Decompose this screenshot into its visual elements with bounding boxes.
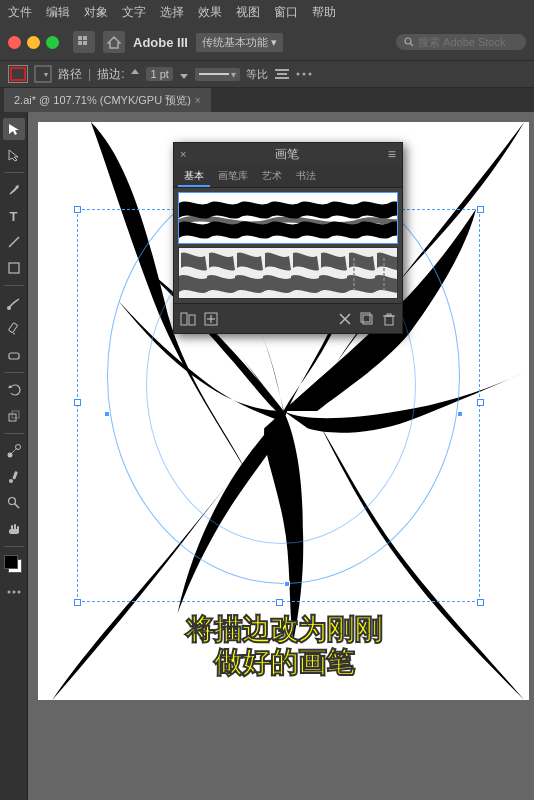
- handle-ml[interactable]: [74, 399, 81, 406]
- tool-separator-2: [4, 285, 24, 286]
- tab-close-button[interactable]: ×: [195, 95, 201, 106]
- svg-rect-52: [189, 315, 195, 325]
- stroke-style-select[interactable]: ▾: [195, 68, 240, 81]
- handle-mr[interactable]: [477, 399, 484, 406]
- ratio-label: 等比: [246, 67, 268, 82]
- svg-point-20: [15, 186, 18, 189]
- stroke-color-box[interactable]: [8, 65, 28, 83]
- options-bar: 路径 | 描边: 1 pt ▾ 等比: [0, 60, 534, 88]
- menu-select[interactable]: 选择: [160, 4, 184, 21]
- eraser-tool[interactable]: [3, 344, 25, 366]
- anchor-left[interactable]: [104, 411, 110, 417]
- menu-help[interactable]: 帮助: [312, 4, 336, 21]
- svg-point-23: [7, 306, 11, 310]
- tool-separator-5: [4, 546, 24, 547]
- tool-separator-4: [4, 433, 24, 434]
- maximize-button[interactable]: [46, 36, 59, 49]
- brush-panel-tabs: 基本 画笔库 艺术 书法: [174, 165, 402, 188]
- brush-panel-title: 画笔: [275, 146, 299, 163]
- scale-tool[interactable]: [3, 405, 25, 427]
- menu-view[interactable]: 视图: [236, 4, 260, 21]
- brush-tab-0[interactable]: 基本: [178, 167, 210, 187]
- svg-rect-14: [275, 77, 289, 79]
- pen-tool[interactable]: [3, 179, 25, 201]
- brush-tab-3[interactable]: 书法: [290, 167, 322, 187]
- color-swatches[interactable]: [4, 555, 24, 575]
- new-brush-icon[interactable]: [204, 312, 218, 326]
- select-tool[interactable]: [3, 118, 25, 140]
- stroke-up-arrow[interactable]: [130, 67, 140, 81]
- brush-panel-menu[interactable]: ≡: [388, 146, 396, 162]
- more-tools[interactable]: [6, 583, 22, 601]
- search-box[interactable]: [396, 34, 526, 50]
- home-icon[interactable]: [103, 31, 125, 53]
- handle-bl[interactable]: [74, 599, 81, 606]
- options-more-icon[interactable]: [296, 67, 312, 81]
- handle-tr[interactable]: [477, 206, 484, 213]
- svg-marker-25: [13, 333, 15, 335]
- delete-brush-icon[interactable]: [338, 312, 352, 326]
- line-tool[interactable]: [3, 231, 25, 253]
- hand-tool[interactable]: [3, 518, 25, 540]
- menu-effect[interactable]: 效果: [198, 4, 222, 21]
- document-tab[interactable]: 2.ai* @ 107.71% (CMYK/GPU 预览) ×: [4, 88, 212, 112]
- title-bar: Adobe III 传统基本功能 ▾: [0, 24, 534, 60]
- brush-item-1[interactable]: [178, 247, 398, 299]
- svg-marker-19: [9, 150, 18, 161]
- brush-panel-close[interactable]: ×: [180, 148, 186, 160]
- paintbrush-tool[interactable]: [3, 292, 25, 314]
- brush-item-0[interactable]: [178, 192, 398, 244]
- main-area: T: [0, 112, 534, 800]
- tool-separator-3: [4, 372, 24, 373]
- menu-file[interactable]: 文件: [8, 4, 32, 21]
- anchor-bottom[interactable]: [284, 581, 290, 587]
- handle-bm[interactable]: [276, 599, 283, 606]
- brush-panel: × 画笔 ≡ 基本 画笔库 艺术 书法: [173, 142, 403, 334]
- blend-tool[interactable]: [3, 440, 25, 462]
- canvas-area[interactable]: 将描边改为刚刚 做好的画笔 × 画笔 ≡ 基本 画笔库 艺术 书法: [28, 112, 534, 800]
- duplicate-brush-icon[interactable]: [360, 312, 374, 326]
- menu-edit[interactable]: 编辑: [46, 4, 70, 21]
- svg-point-42: [17, 591, 20, 594]
- pencil-tool[interactable]: [3, 318, 25, 340]
- svg-point-41: [12, 591, 15, 594]
- type-tool[interactable]: T: [3, 205, 25, 227]
- stroke-down-arrow[interactable]: [179, 67, 189, 81]
- brush-panel-footer: [174, 303, 402, 333]
- svg-point-40: [7, 591, 10, 594]
- stroke-type-dropdown[interactable]: [34, 65, 52, 83]
- brush-tab-1[interactable]: 画笔库: [212, 167, 254, 187]
- menu-object[interactable]: 对象: [84, 4, 108, 21]
- handle-br[interactable]: [477, 599, 484, 606]
- close-button[interactable]: [8, 36, 21, 49]
- align-icon[interactable]: [274, 67, 290, 81]
- minimize-button[interactable]: [27, 36, 40, 49]
- svg-rect-3: [83, 41, 87, 45]
- stroke-value[interactable]: 1 pt: [146, 67, 172, 81]
- traffic-lights: [8, 36, 59, 49]
- brush-tab-2[interactable]: 艺术: [256, 167, 288, 187]
- handle-tl[interactable]: [74, 206, 81, 213]
- svg-rect-12: [275, 69, 289, 71]
- eyedropper-tool[interactable]: [3, 466, 25, 488]
- library-icon[interactable]: [180, 312, 196, 326]
- workspace-button[interactable]: 传统基本功能 ▾: [196, 33, 283, 52]
- direct-select-tool[interactable]: [3, 144, 25, 166]
- menu-text[interactable]: 文字: [122, 4, 146, 21]
- svg-line-6: [411, 44, 414, 47]
- path-label: 路径: [58, 66, 82, 83]
- shape-tool[interactable]: [3, 257, 25, 279]
- svg-line-21: [9, 237, 19, 247]
- workspace-icon[interactable]: [73, 31, 95, 53]
- trash-icon[interactable]: [382, 312, 396, 326]
- anchor-right[interactable]: [457, 411, 463, 417]
- svg-rect-60: [385, 316, 393, 325]
- tool-separator-1: [4, 172, 24, 173]
- menu-window[interactable]: 窗口: [274, 4, 298, 21]
- zoom-tool[interactable]: [3, 492, 25, 514]
- svg-rect-1: [83, 36, 87, 40]
- svg-rect-7: [35, 66, 51, 82]
- brush-preview-1: [179, 248, 397, 298]
- rotate-tool[interactable]: [3, 379, 25, 401]
- search-input[interactable]: [418, 36, 518, 48]
